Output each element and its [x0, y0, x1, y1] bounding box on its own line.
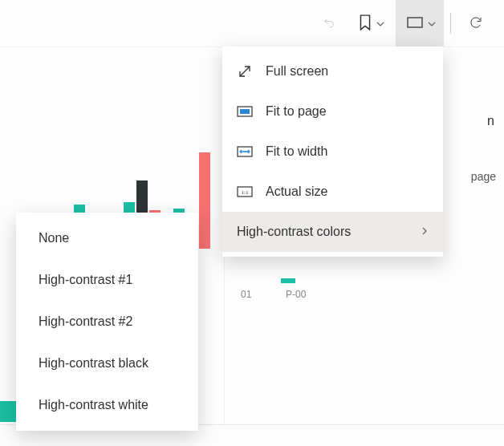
submenu-item-hc-white[interactable]: High-contrast white — [16, 384, 198, 426]
menu-item-fit-page[interactable]: Fit to page — [222, 91, 443, 132]
actual-size-icon: 1:1 — [237, 184, 253, 200]
submenu-label: None — [39, 231, 69, 245]
axis-label: 01 — [241, 289, 251, 300]
menu-item-fullscreen[interactable]: Full screen — [222, 51, 443, 91]
svg-rect-0 — [408, 18, 422, 27]
chevron-right-icon — [421, 225, 429, 239]
chevron-down-icon — [376, 17, 384, 30]
menu-item-actual-size[interactable]: 1:1 Actual size — [222, 172, 443, 212]
refresh-icon — [469, 15, 483, 32]
undo-icon — [322, 15, 336, 32]
menu-label: High-contrast colors — [237, 225, 408, 239]
chevron-down-icon — [428, 17, 436, 30]
submenu-item-none[interactable]: None — [16, 217, 198, 259]
submenu-item-hc2[interactable]: High-contrast #2 — [16, 301, 198, 343]
submenu-label: High-contrast black — [39, 356, 148, 371]
right-page-fragment: page — [471, 170, 496, 183]
toolbar — [311, 0, 504, 47]
axis-label: P-00 — [286, 289, 306, 300]
submenu-label: High-contrast white — [39, 398, 148, 412]
right-fragment: n — [487, 114, 494, 128]
menu-label: Actual size — [266, 184, 429, 199]
fit-page-icon — [237, 103, 253, 120]
svg-text:1:1: 1:1 — [242, 189, 249, 196]
svg-rect-2 — [240, 109, 250, 114]
toolbar-divider — [450, 13, 451, 34]
menu-label: Full screen — [266, 64, 429, 79]
undo-button[interactable] — [311, 0, 348, 47]
view-menu: Full screen Fit to page Fit to width 1:1… — [222, 47, 443, 257]
refresh-button[interactable] — [457, 0, 494, 47]
bookmark-dropdown[interactable] — [348, 0, 396, 47]
high-contrast-submenu: None High-contrast #1 High-contrast #2 H… — [16, 213, 198, 431]
legend-swatch — [281, 278, 295, 283]
fullscreen-icon — [237, 63, 253, 79]
menu-item-high-contrast[interactable]: High-contrast colors — [222, 212, 443, 252]
fit-width-icon — [237, 144, 253, 160]
submenu-label: High-contrast #2 — [39, 314, 132, 329]
view-dropdown[interactable] — [396, 0, 444, 47]
bookmark-icon — [359, 14, 372, 33]
submenu-item-hc-black[interactable]: High-contrast black — [16, 343, 198, 384]
menu-label: Fit to width — [266, 144, 429, 159]
view-rect-icon — [407, 16, 423, 31]
menu-label: Fit to page — [266, 104, 429, 119]
menu-item-fit-width[interactable]: Fit to width — [222, 132, 443, 172]
submenu-item-hc1[interactable]: High-contrast #1 — [16, 259, 198, 301]
submenu-label: High-contrast #1 — [39, 273, 132, 287]
